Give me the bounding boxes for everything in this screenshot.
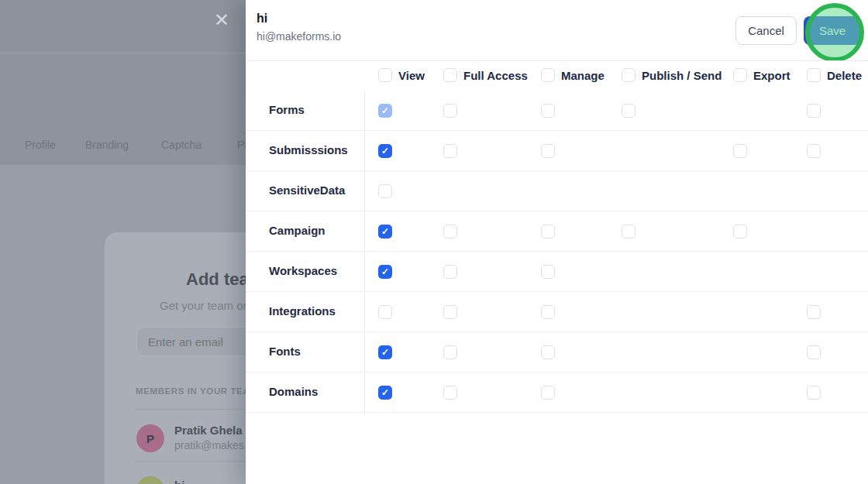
row-label: Campaign — [269, 224, 326, 237]
checkbox-column-delete[interactable] — [807, 68, 821, 82]
checkbox-forms-full-access[interactable] — [443, 104, 457, 118]
check-icon: ✓ — [381, 146, 389, 156]
check-icon: ✓ — [381, 106, 389, 115]
table-row: Forms✓ — [246, 91, 868, 131]
checkbox-domains-full-access[interactable] — [443, 386, 457, 400]
column-label-manage: Manage — [561, 69, 604, 82]
table-row: SensitiveData — [246, 171, 868, 211]
checkbox-campaign-export[interactable] — [733, 225, 747, 239]
permissions-table: Forms✓Submisssions✓SensitiveDataCampaign… — [246, 91, 868, 414]
row-label: Integrations — [269, 304, 336, 318]
checkbox-forms-manage[interactable] — [541, 104, 555, 118]
table-row: Workspaces✓ — [246, 252, 868, 292]
checkbox-submisssions-full-access[interactable] — [443, 144, 457, 158]
check-icon: ✓ — [381, 388, 389, 397]
column-label-delete: Delete — [827, 69, 862, 82]
checkbox-column-publish-send[interactable] — [622, 68, 636, 82]
permissions-drawer: hi hi@makeforms.io Cancel Save ViewFull … — [246, 0, 868, 484]
checkbox-campaign-view[interactable]: ✓ — [378, 225, 392, 239]
checkbox-forms-delete[interactable] — [807, 104, 821, 118]
checkbox-fonts-manage[interactable] — [541, 345, 555, 359]
checkbox-column-view[interactable] — [378, 68, 392, 82]
checkbox-integrations-full-access[interactable] — [443, 305, 457, 319]
tab-branding: Branding — [85, 139, 129, 151]
checkbox-integrations-delete[interactable] — [807, 305, 821, 319]
row-label: SensitiveData — [269, 184, 345, 197]
checkbox-fonts-view[interactable]: ✓ — [378, 345, 392, 359]
save-button[interactable]: Save — [804, 16, 861, 45]
checkbox-submisssions-view[interactable]: ✓ — [378, 144, 392, 158]
checkbox-fonts-delete[interactable] — [807, 345, 821, 359]
cancel-button[interactable]: Cancel — [735, 16, 797, 45]
avatar — [136, 476, 164, 484]
row-label: Submisssions — [269, 143, 348, 156]
checkbox-workspaces-full-access[interactable] — [443, 265, 457, 279]
column-label-full-access: Full Access — [463, 69, 528, 82]
checkbox-submisssions-export[interactable] — [733, 144, 747, 158]
checkbox-domains-manage[interactable] — [541, 386, 555, 400]
member-email: pratik@makes — [174, 439, 244, 451]
table-row: Domains✓ — [246, 372, 868, 413]
row-label: Forms — [269, 103, 305, 116]
checkbox-campaign-publish-send[interactable] — [622, 225, 636, 239]
members-section-label: MEMBERS IN YOUR TEA — [136, 386, 250, 396]
drawer-subtitle: hi@makeforms.io — [257, 30, 341, 43]
checkbox-sensitivedata-view[interactable] — [378, 184, 392, 198]
table-row: Integrations — [246, 292, 868, 332]
checkbox-domains-view[interactable]: ✓ — [378, 386, 392, 400]
checkbox-fonts-full-access[interactable] — [443, 345, 457, 359]
checkbox-column-manage[interactable] — [541, 68, 555, 82]
row-label: Workspaces — [269, 264, 337, 277]
checkbox-integrations-view[interactable] — [378, 305, 392, 319]
checkbox-campaign-full-access[interactable] — [443, 225, 457, 239]
checkbox-forms-view[interactable]: ✓ — [378, 104, 392, 118]
checkbox-forms-publish-send[interactable] — [622, 104, 636, 118]
column-label-view: View — [398, 69, 425, 82]
checkbox-column-export[interactable] — [733, 68, 747, 82]
member-name: Pratik Ghela — [174, 424, 243, 437]
checkbox-submisssions-delete[interactable] — [807, 144, 821, 158]
checkbox-workspaces-manage[interactable] — [541, 265, 555, 279]
drawer-title: hi — [257, 12, 267, 26]
tab-profile: Profile — [25, 139, 56, 151]
checkbox-integrations-manage[interactable] — [541, 305, 555, 319]
checkbox-campaign-manage[interactable] — [541, 225, 555, 239]
checkbox-submisssions-manage[interactable] — [541, 144, 555, 158]
screen: ✕ ProfileBrandingCaptchaPl Add team Get … — [0, 0, 868, 484]
checkbox-workspaces-view[interactable]: ✓ — [378, 265, 392, 279]
modal-backdrop[interactable]: ✕ ProfileBrandingCaptchaPl Add team Get … — [0, 0, 246, 484]
row-label: Domains — [269, 385, 318, 398]
add-team-subtitle: Get your team or — [160, 299, 247, 312]
table-row: Submisssions✓ — [246, 131, 868, 171]
member-name: hi — [174, 479, 184, 484]
check-icon: ✓ — [381, 348, 389, 357]
permissions-column-header: ViewFull AccessManagePublish / SendExpor… — [246, 61, 868, 91]
checkbox-column-full-access[interactable] — [443, 68, 457, 82]
table-row: Campaign✓ — [246, 211, 868, 252]
row-label: Fonts — [269, 345, 301, 358]
avatar: P — [136, 424, 164, 452]
check-icon: ✓ — [381, 227, 389, 236]
close-icon: ✕ — [214, 9, 229, 32]
column-label-export: Export — [753, 69, 790, 82]
check-icon: ✓ — [381, 267, 389, 276]
table-row: Fonts✓ — [246, 332, 868, 372]
tab-captcha: Captcha — [161, 139, 202, 151]
checkbox-domains-delete[interactable] — [807, 386, 821, 400]
dimmed-modal-header — [0, 0, 246, 53]
column-label-publish-send: Publish / Send — [642, 69, 722, 82]
